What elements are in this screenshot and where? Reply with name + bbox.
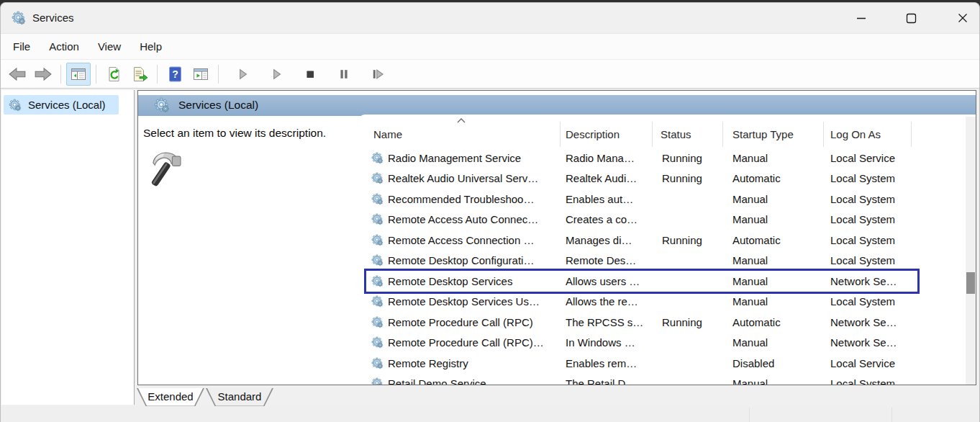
service-startup-type: Disabled	[722, 357, 823, 369]
service-row[interactable]: Remote Desktop Services Us… Allows the r…	[364, 292, 920, 313]
restart-service-button[interactable]	[366, 63, 390, 86]
console-content: Services (Local) Services (Local) Select…	[1, 89, 979, 422]
service-row[interactable]: Remote Procedure Call (RPC)… In Windows …	[364, 333, 920, 354]
minimize-button[interactable]	[845, 3, 878, 33]
menu-file[interactable]: File	[4, 35, 40, 58]
service-gear-icon	[371, 152, 384, 164]
service-gear-icon	[371, 295, 384, 307]
service-status: Running	[652, 316, 722, 328]
service-name-cell: Retail Demo Service	[364, 377, 560, 385]
column-header-empty	[911, 117, 967, 147]
column-label: Log On As	[830, 128, 881, 140]
service-name: Remote Procedure Call (RPC)…	[388, 336, 544, 349]
service-row[interactable]: Recommended Troubleshoo… Enables aut… Ma…	[364, 189, 920, 210]
menu-help[interactable]: Help	[130, 35, 171, 58]
pane-header-title: Services (Local)	[178, 99, 258, 112]
column-separator[interactable]	[652, 122, 653, 147]
export-list-button[interactable]	[127, 63, 152, 86]
services-gear-icon	[12, 11, 26, 25]
stop-service-button[interactable]	[298, 63, 322, 86]
svg-text:?: ?	[172, 68, 178, 80]
back-button[interactable]	[5, 63, 30, 86]
console-tree-pane: Services (Local)	[1, 90, 135, 405]
service-row[interactable]: Realtek Audio Universal Serv… Realtek Au…	[364, 169, 920, 189]
service-gear-icon	[371, 193, 384, 205]
column-header-startup-type[interactable]: Startup Type	[722, 117, 823, 147]
close-icon	[958, 13, 968, 23]
close-button[interactable]	[946, 3, 979, 33]
column-header-description[interactable]: Description	[560, 117, 652, 147]
service-name-cell: Remote Procedure Call (RPC)	[364, 316, 560, 328]
service-name-cell: Remote Access Auto Connec…	[364, 213, 560, 225]
service-name: Remote Access Connection …	[388, 234, 534, 246]
refresh-button[interactable]	[101, 63, 126, 86]
stop-icon	[303, 67, 317, 81]
services-list-pane: Services (Local) Select an item to view …	[137, 90, 976, 385]
service-row[interactable]: Retail Demo Service The Retail D… Manual…	[364, 374, 920, 385]
service-row[interactable]: Remote Desktop Configurati… Remote Des… …	[364, 251, 920, 271]
service-gear-icon	[371, 172, 384, 184]
column-label: Name	[373, 128, 402, 140]
service-name: Remote Desktop Configurati…	[388, 254, 534, 266]
window-title: Services	[32, 12, 74, 24]
service-logon: Network Se…	[823, 316, 920, 328]
service-description: Enables aut…	[560, 193, 652, 205]
pause-service-button[interactable]	[332, 63, 356, 86]
service-description: Manages di…	[560, 234, 652, 246]
column-separator[interactable]	[722, 122, 723, 147]
status-strip	[1, 406, 979, 422]
tab-extended[interactable]: Extended	[137, 388, 204, 407]
resume-service-button[interactable]	[264, 63, 289, 86]
forward-button[interactable]	[31, 63, 55, 86]
service-name-cell: Remote Procedure Call (RPC)…	[364, 336, 560, 349]
play-icon	[269, 67, 283, 81]
column-header-status[interactable]: Status	[652, 117, 722, 147]
service-name-cell: Realtek Audio Universal Serv…	[364, 172, 560, 184]
column-header-log-on-as[interactable]: Log On As	[823, 117, 911, 147]
service-row[interactable]: Remote Desktop Services Allows users … M…	[364, 271, 920, 292]
service-logon: Local Service	[823, 357, 920, 369]
service-row[interactable]: Remote Procedure Call (RPC) The RPCSS s……	[364, 312, 920, 333]
tree-item-services-local[interactable]: Services (Local)	[4, 95, 119, 115]
service-row[interactable]: Remote Registry Enables rem… Disabled Lo…	[364, 353, 920, 374]
description-prompt: Select an item to view its description.	[143, 127, 326, 140]
services-gear-icon	[154, 97, 170, 113]
services-gear-icon	[9, 99, 22, 112]
service-startup-type: Manual	[722, 152, 823, 164]
service-name-cell: Recommended Troubleshoo…	[364, 193, 560, 205]
service-row[interactable]: Remote Access Auto Connec… Creates a co……	[364, 210, 920, 230]
service-row[interactable]: Radio Management Service Radio Mana… Run…	[364, 148, 920, 169]
menu-action[interactable]: Action	[40, 35, 89, 58]
service-name: Realtek Audio Universal Serv…	[388, 172, 538, 184]
help-button[interactable]: ?	[163, 63, 187, 86]
menu-view[interactable]: View	[89, 35, 130, 58]
service-description: Allows the re…	[560, 295, 652, 307]
service-description: Allows users …	[560, 275, 652, 287]
service-status: Running	[652, 172, 722, 184]
console-tree-icon	[70, 66, 87, 82]
pause-icon	[337, 67, 351, 81]
sort-ascending-icon	[456, 117, 466, 124]
forward-arrow-icon	[34, 66, 53, 82]
column-separator[interactable]	[823, 122, 824, 147]
tab-label: Extended	[137, 388, 204, 407]
service-status: Running	[652, 152, 722, 164]
service-row[interactable]: Remote Access Connection … Manages di… R…	[364, 230, 920, 251]
service-description: Creates a co…	[560, 213, 652, 225]
vertical-scrollbar[interactable]	[966, 117, 976, 385]
tab-standard[interactable]: Standard	[206, 388, 273, 407]
show-console-tree-button[interactable]	[66, 63, 91, 86]
action-pane-icon	[192, 66, 209, 82]
show-action-pane-button[interactable]	[189, 63, 213, 86]
help-icon: ?	[167, 66, 183, 83]
service-startup-type: Automatic	[722, 234, 823, 246]
service-description: Remote Des…	[560, 254, 652, 266]
service-name: Remote Access Auto Connec…	[388, 213, 538, 225]
service-gear-icon	[371, 316, 384, 328]
maximize-button[interactable]	[894, 3, 927, 33]
scrollbar-thumb[interactable]	[966, 272, 975, 294]
column-separator[interactable]	[911, 122, 912, 147]
service-name: Radio Management Service	[388, 152, 521, 164]
column-separator[interactable]	[560, 122, 561, 147]
start-service-button[interactable]	[230, 63, 255, 86]
